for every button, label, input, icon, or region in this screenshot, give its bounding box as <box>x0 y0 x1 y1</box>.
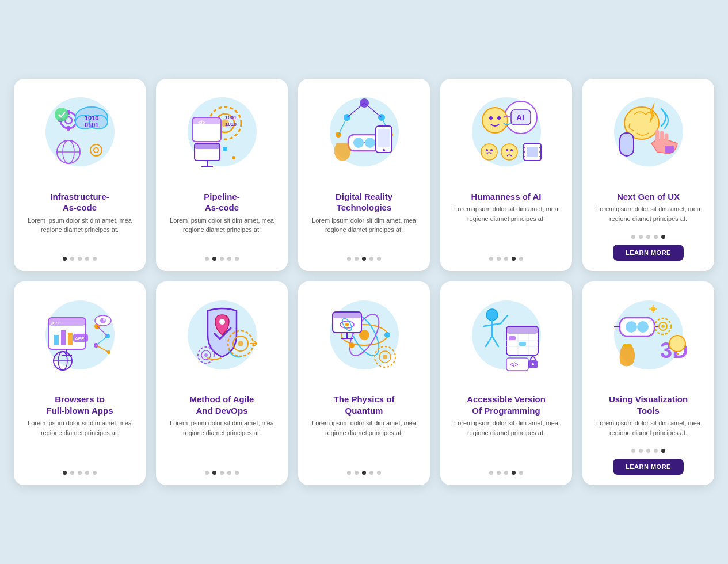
card-title: Humanness of AI <box>462 185 551 205</box>
dot-0[interactable] <box>631 235 635 239</box>
svg-text:</>: </> <box>198 120 205 125</box>
card-digital-reality: Digital RealityTechnologies Lorem ipsum … <box>298 79 430 272</box>
dot-0[interactable] <box>347 257 351 261</box>
card-visualization-tools: 3D Using VisualizationTools Lorem ipsum … <box>582 281 714 485</box>
card-dots <box>347 251 381 261</box>
dot-2[interactable] <box>78 471 82 475</box>
dot-4[interactable] <box>235 257 239 261</box>
card-illustration <box>156 281 288 388</box>
dot-3[interactable] <box>227 257 231 261</box>
svg-text:0101: 0101 <box>85 121 98 128</box>
card-body: Lorem ipsum dolor sit dim amet, mea regi… <box>14 418 146 443</box>
svg-point-57 <box>481 144 497 160</box>
dot-4[interactable] <box>661 235 665 239</box>
svg-point-100 <box>219 319 225 325</box>
dot-2[interactable] <box>362 257 366 261</box>
svg-point-156 <box>669 336 685 352</box>
svg-rect-28 <box>195 143 220 149</box>
card-dots <box>631 443 665 453</box>
card-browsers-apps: APP APP Browsers toFull-blown Apps Lorem… <box>14 281 146 485</box>
card-body: Lorem ipsum dolor sit dim amet, mea regi… <box>14 216 146 241</box>
svg-point-155 <box>661 325 665 328</box>
dot-0[interactable] <box>489 257 493 261</box>
learn-more-button[interactable]: LEARN MORE <box>613 459 684 475</box>
svg-point-31 <box>223 147 227 151</box>
dot-0[interactable] <box>205 257 209 261</box>
dot-4[interactable] <box>519 471 523 475</box>
dot-4[interactable] <box>377 257 381 261</box>
dot-2[interactable] <box>220 257 224 261</box>
dot-3[interactable] <box>654 235 658 239</box>
svg-point-44 <box>353 138 364 148</box>
svg-rect-73 <box>665 146 674 153</box>
dot-3[interactable] <box>512 471 516 475</box>
dot-2[interactable] <box>504 257 508 261</box>
card-title: Next Gen of UX <box>608 185 689 205</box>
card-body: Lorem ipsum dolor sit dim amet, mea regi… <box>440 418 572 443</box>
card-body: Lorem ipsum dolor sit dim amet, mea regi… <box>298 216 430 241</box>
dot-1[interactable] <box>639 449 643 453</box>
svg-rect-81 <box>68 333 73 345</box>
dot-1[interactable] <box>212 471 216 475</box>
dot-4[interactable] <box>93 471 97 475</box>
svg-point-54 <box>482 108 508 133</box>
dot-3[interactable] <box>654 449 658 453</box>
dot-0[interactable] <box>489 471 493 475</box>
svg-text:1010: 1010 <box>85 115 98 121</box>
dot-2[interactable] <box>504 471 508 475</box>
dot-1[interactable] <box>639 235 643 239</box>
svg-point-147 <box>626 321 637 333</box>
dot-0[interactable] <box>631 449 635 453</box>
card-illustration: </> 1001 1010 <box>156 79 288 185</box>
dot-3[interactable] <box>85 471 89 475</box>
dot-1[interactable] <box>355 257 359 261</box>
dot-4[interactable] <box>377 471 381 475</box>
dot-1[interactable] <box>497 257 501 261</box>
svg-text:AI: AI <box>516 113 524 122</box>
svg-rect-79 <box>54 335 59 345</box>
svg-point-56 <box>497 116 501 120</box>
svg-point-98 <box>103 318 105 321</box>
dot-0[interactable] <box>63 471 67 475</box>
dot-2[interactable] <box>646 235 650 239</box>
dot-1[interactable] <box>355 471 359 475</box>
dot-0[interactable] <box>63 257 67 261</box>
card-dots <box>489 465 523 475</box>
dot-2[interactable] <box>362 471 366 475</box>
learn-more-button[interactable]: LEARN MORE <box>613 245 684 261</box>
dot-0[interactable] <box>347 471 351 475</box>
dot-3[interactable] <box>369 257 373 261</box>
card-body: Lorem ipsum dolor sit dim amet, mea regi… <box>156 418 288 443</box>
svg-point-125 <box>383 355 387 359</box>
dot-0[interactable] <box>205 471 209 475</box>
dot-4[interactable] <box>519 257 523 261</box>
svg-text:</>: </> <box>510 361 519 368</box>
svg-point-144 <box>532 363 534 365</box>
dot-2[interactable] <box>220 471 224 475</box>
dot-2[interactable] <box>646 449 650 453</box>
svg-point-60 <box>501 144 517 160</box>
dot-3[interactable] <box>369 471 373 475</box>
dot-2[interactable] <box>78 257 82 261</box>
svg-point-55 <box>489 116 493 120</box>
dot-1[interactable] <box>70 257 74 261</box>
svg-point-45 <box>365 138 375 148</box>
dot-3[interactable] <box>85 257 89 261</box>
dot-1[interactable] <box>70 471 74 475</box>
dot-4[interactable] <box>93 257 97 261</box>
dot-1[interactable] <box>497 471 501 475</box>
card-body: Lorem ipsum dolor sit dim amet, mea regi… <box>156 216 288 241</box>
card-illustration: APP APP <box>14 281 146 388</box>
svg-point-113 <box>384 332 390 338</box>
card-title: Using VisualizationTools <box>600 388 697 418</box>
dot-4[interactable] <box>235 471 239 475</box>
dot-4[interactable] <box>661 449 665 453</box>
dot-3[interactable] <box>227 471 231 475</box>
dot-1[interactable] <box>212 257 216 261</box>
card-agile-devops: Method of AgileAnd DevOps Lorem ipsum do… <box>156 281 288 485</box>
dot-3[interactable] <box>512 257 516 261</box>
svg-point-127 <box>486 309 498 321</box>
card-accessible-programming: </> Accessible VersionOf Programming Lor… <box>440 281 572 485</box>
card-next-gen-ux: Next Gen of UX Lorem ipsum dolor sit dim… <box>582 79 714 272</box>
svg-point-97 <box>100 318 106 323</box>
